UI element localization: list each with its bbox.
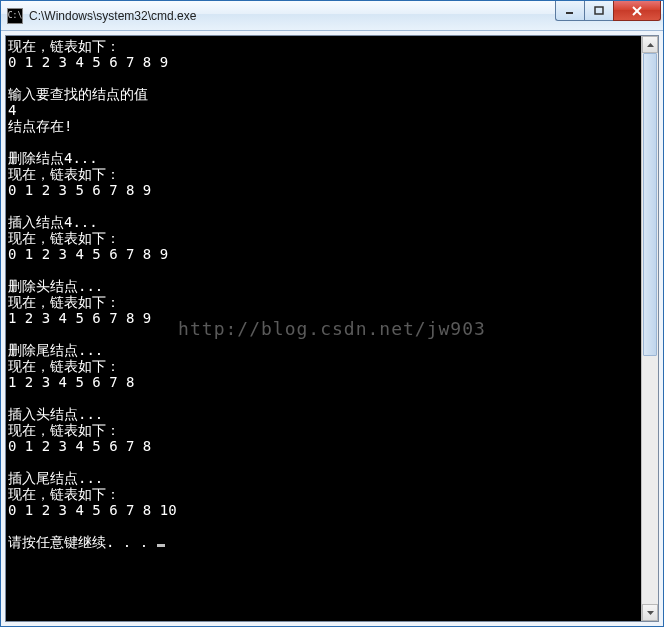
chevron-down-icon	[647, 611, 654, 615]
console[interactable]: 现在，链表如下： 0 1 2 3 4 5 6 7 8 9 输入要查找的结点的值 …	[5, 35, 659, 622]
scrollbar-thumb[interactable]	[643, 53, 657, 356]
cursor	[157, 544, 165, 547]
svg-marker-4	[647, 43, 654, 47]
scroll-down-button[interactable]	[642, 604, 658, 621]
minimize-button[interactable]	[555, 1, 584, 21]
console-output: 现在，链表如下： 0 1 2 3 4 5 6 7 8 9 输入要查找的结点的值 …	[6, 36, 641, 621]
window-title: C:\Windows\system32\cmd.exe	[29, 9, 555, 23]
scrollbar-track[interactable]	[642, 53, 658, 604]
scroll-up-button[interactable]	[642, 36, 658, 53]
maximize-icon	[594, 6, 604, 16]
svg-marker-5	[647, 611, 654, 615]
minimize-icon	[565, 6, 575, 16]
vertical-scrollbar[interactable]	[641, 36, 658, 621]
maximize-button[interactable]	[584, 1, 613, 21]
svg-rect-1	[595, 7, 603, 14]
cmd-window: C:\ C:\Windows\system32\cmd.exe 现在，链表如下：…	[0, 0, 664, 627]
close-icon	[631, 5, 643, 17]
window-controls	[555, 1, 661, 21]
titlebar[interactable]: C:\ C:\Windows\system32\cmd.exe	[1, 1, 663, 31]
chevron-up-icon	[647, 43, 654, 47]
cmd-icon: C:\	[7, 8, 23, 24]
close-button[interactable]	[613, 1, 661, 21]
client-area: 现在，链表如下： 0 1 2 3 4 5 6 7 8 9 输入要查找的结点的值 …	[1, 31, 663, 626]
